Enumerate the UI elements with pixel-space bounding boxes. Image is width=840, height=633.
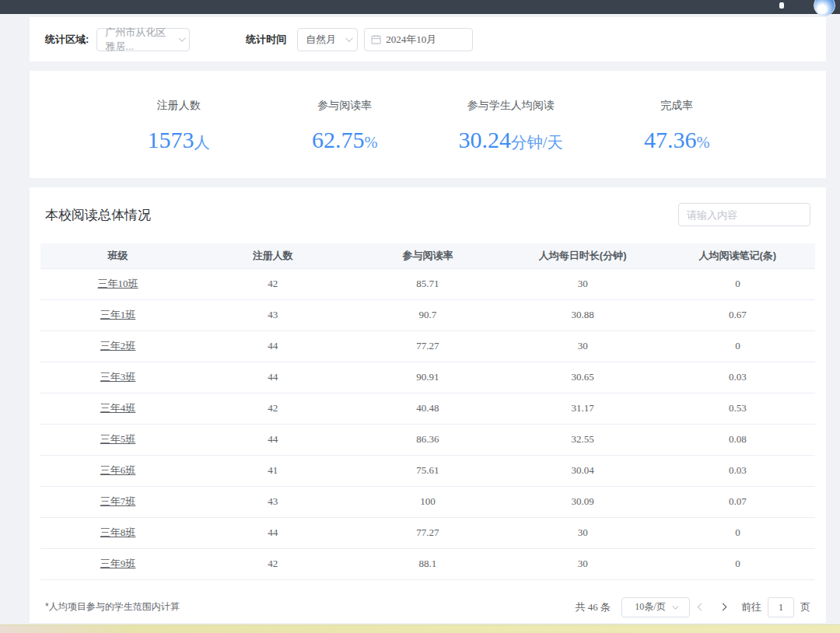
time-mode-select[interactable]: 自然月	[297, 28, 358, 51]
month-picker-value: 2024年10月	[386, 33, 436, 47]
time-mode-value: 自然月	[306, 33, 336, 47]
calendar-icon	[371, 34, 381, 44]
table-cell: 43	[195, 299, 350, 330]
class-cell: 三年9班	[40, 548, 195, 579]
table-row: 三年6班4175.6130.040.03	[40, 455, 815, 486]
table-cell: 0.53	[660, 393, 815, 424]
class-stats-table: 班级 注册人数 参与阅读率 人均每日时长(分钟) 人均阅读笔记(条) 三年10班…	[40, 243, 815, 580]
stats-panel: 注册人数 1573人 参与阅读率 62.75% 参与学生人均阅读 30.24分钟…	[30, 71, 826, 178]
month-picker[interactable]: 2024年10月	[364, 28, 473, 51]
stat-label: 完成率	[594, 99, 761, 113]
table-row: 三年9班4288.1300	[40, 548, 815, 579]
table-header-row: 班级 注册人数 参与阅读率 人均每日时长(分钟) 人均阅读笔记(条)	[40, 243, 815, 268]
table-cell: 90.91	[350, 362, 505, 393]
column-header-participation: 参与阅读率	[350, 243, 505, 268]
table-cell: 0.07	[660, 486, 815, 517]
table-cell: 43	[195, 486, 350, 517]
class-link[interactable]: 三年6班	[100, 464, 136, 476]
table-cell: 0	[660, 548, 815, 579]
table-cell: 30.04	[506, 455, 660, 486]
area-select[interactable]: 广州市从化区雅居...	[96, 28, 190, 51]
class-link[interactable]: 三年3班	[100, 371, 136, 383]
class-cell: 三年3班	[40, 362, 195, 393]
table-cell: 42	[195, 268, 350, 299]
table-cell: 30	[506, 268, 660, 299]
table-cell: 30	[506, 330, 660, 362]
stat-value: 62.75%	[262, 127, 429, 153]
area-filter-label: 统计区域:	[45, 33, 89, 47]
class-cell: 三年6班	[40, 455, 195, 486]
table-body: 三年10班4285.71300三年1班4390.730.880.67三年2班44…	[40, 268, 815, 579]
top-navigation-bar	[0, 0, 840, 14]
class-link[interactable]: 三年8班	[100, 526, 136, 538]
table-cell: 86.36	[350, 424, 505, 455]
table-cell: 75.61	[350, 455, 505, 486]
class-link[interactable]: 三年7班	[100, 495, 136, 507]
table-row: 三年1班4390.730.880.67	[40, 299, 815, 330]
class-cell: 三年10班	[40, 268, 195, 299]
class-link[interactable]: 三年4班	[100, 402, 136, 414]
filter-panel: 统计区域: 广州市从化区雅居... 统计时间 自然月 2024年10月	[30, 17, 826, 61]
table-cell: 44	[195, 330, 350, 362]
table-cell: 100	[350, 486, 505, 517]
stat-card-registered: 注册人数 1573人	[96, 99, 262, 178]
stat-value: 30.24分钟/天	[428, 127, 594, 153]
class-link[interactable]: 三年9班	[100, 558, 136, 569]
class-cell: 三年5班	[40, 424, 195, 455]
table-cell: 41	[195, 455, 350, 486]
class-cell: 三年8班	[40, 517, 195, 548]
class-link[interactable]: 三年10班	[98, 278, 138, 289]
class-link[interactable]: 三年2班	[100, 340, 136, 351]
table-cell: 0.03	[660, 455, 815, 486]
stat-card-completion-rate: 完成率 47.36%	[594, 99, 761, 178]
page-size-select[interactable]: 10条/页	[621, 597, 690, 617]
stat-card-participation-rate: 参与阅读率 62.75%	[262, 99, 429, 178]
time-filter-label: 统计时间	[246, 33, 286, 47]
table-cell: 85.71	[350, 268, 505, 299]
goto-page-input[interactable]	[768, 597, 794, 617]
table-cell: 0.08	[660, 424, 815, 455]
table-cell: 42	[195, 548, 350, 579]
avatar[interactable]	[814, 0, 835, 16]
table-cell: 32.55	[506, 424, 660, 455]
table-cell: 0.67	[660, 299, 815, 330]
column-header-registered: 注册人数	[195, 243, 350, 268]
table-cell: 30.88	[506, 299, 660, 330]
table-row: 三年3班4490.9130.650.03	[40, 362, 815, 393]
table-cell: 30	[506, 548, 660, 579]
table-cell: 40.48	[350, 393, 505, 424]
prev-page-button[interactable]	[690, 597, 712, 617]
search-input[interactable]	[678, 203, 810, 226]
stat-value: 1573人	[96, 127, 262, 153]
class-cell: 三年4班	[40, 393, 195, 424]
page-unit-label: 页	[800, 600, 810, 614]
class-cell: 三年7班	[40, 486, 195, 517]
chevron-right-icon	[719, 603, 726, 611]
table-row: 三年2班4477.27300	[40, 330, 815, 362]
column-header-class: 班级	[40, 243, 195, 268]
footnote: *人均项目参与的学生范围内计算	[45, 600, 180, 614]
table-cell: 44	[195, 362, 350, 393]
table-cell: 30.09	[506, 486, 660, 517]
stat-label: 参与阅读率	[262, 99, 429, 113]
stat-unit: %	[697, 134, 710, 151]
table-row: 三年4班4240.4831.170.53	[40, 393, 815, 424]
reading-overview-panel: 本校阅读总体情况 班级 注册人数 参与阅读率 人均每日时长(分钟) 人均阅读笔记…	[30, 187, 826, 623]
stat-value: 47.36%	[594, 127, 761, 153]
notification-icon[interactable]	[779, 2, 784, 9]
total-count: 共 46 条	[576, 600, 611, 614]
table-cell: 0	[660, 517, 815, 548]
chevron-left-icon	[697, 603, 705, 611]
class-link[interactable]: 三年5班	[100, 433, 136, 445]
table-cell: 0	[660, 330, 815, 362]
table-cell: 90.7	[350, 299, 505, 330]
table-cell: 88.1	[350, 548, 505, 579]
area-select-value: 广州市从化区雅居...	[105, 26, 173, 54]
column-header-daily-minutes: 人均每日时长(分钟)	[506, 243, 660, 268]
pagination: 共 46 条 10条/页 前往 页	[576, 597, 811, 617]
table-row: 三年10班4285.71300	[40, 268, 815, 299]
class-link[interactable]: 三年1班	[100, 309, 136, 320]
table-row: 三年8班4477.27300	[40, 517, 815, 548]
goto-label: 前往	[741, 600, 761, 614]
next-page-button[interactable]	[712, 597, 733, 617]
